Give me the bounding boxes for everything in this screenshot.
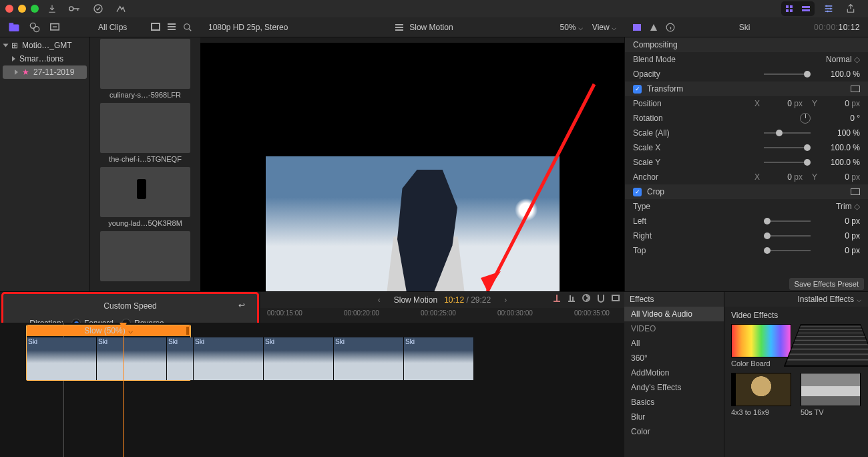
timeline-clip[interactable]: Ski: [167, 337, 194, 380]
retime-bar[interactable]: Slow (50%)⌵: [27, 325, 190, 336]
inspector-section-crop[interactable]: ✓Crop: [625, 184, 868, 199]
search-icon[interactable]: [183, 23, 192, 32]
sidebar-item-smart[interactable]: Smar…tions: [0, 52, 89, 65]
effects-header: Effects: [624, 292, 724, 307]
filmstrip-icon[interactable]: [151, 23, 160, 32]
viewer-view-dropdown[interactable]: View ⌵: [592, 23, 616, 32]
timeline-area: Custom Speed ↩ Direction: Forward Revers…: [0, 291, 868, 457]
inspector-section-transform[interactable]: ✓Transform: [625, 82, 868, 96]
browser-clip[interactable]: [100, 231, 190, 285]
next-edit-button[interactable]: ›: [497, 295, 513, 305]
effects-category[interactable]: Blur: [624, 410, 724, 424]
zoom-window-button[interactable]: [31, 5, 39, 13]
sidebar-item-event[interactable]: ★27-11-2019: [3, 65, 87, 79]
info-filter-icon[interactable]: [650, 23, 658, 31]
sidebar-item-library[interactable]: ⊞Motio…_GMT: [0, 39, 89, 52]
clips-filter-dropdown[interactable]: All Clips: [98, 23, 127, 32]
info-inspector-icon[interactable]: [666, 23, 675, 32]
effects-category[interactable]: AddMotion: [624, 365, 724, 380]
effect-thumbnail[interactable]: 3D Axis: [801, 324, 861, 367]
enhance-icon[interactable]: [112, 2, 130, 15]
svg-rect-3: [790, 5, 793, 8]
browser-clip[interactable]: young-lad…5QK3R8M: [100, 167, 190, 228]
effects-category[interactable]: Basics: [624, 395, 724, 410]
timeline-clip[interactable]: Ski: [194, 337, 264, 380]
timeline-clip[interactable]: Ski: [27, 337, 97, 380]
playhead[interactable]: [123, 323, 124, 457]
undo-icon[interactable]: ↩: [238, 301, 245, 310]
inspector-row-blend[interactable]: Blend ModeNormal ◇: [625, 52, 868, 67]
installed-effects-dropdown[interactable]: Installed Effects: [798, 295, 855, 304]
browser-clip[interactable]: the-chef-i…5TGNEQF: [100, 103, 190, 164]
skimming-icon[interactable]: [552, 293, 562, 303]
layout-inspector-button[interactable]: [820, 2, 837, 15]
onscreen-controls-icon[interactable]: [851, 86, 860, 92]
inspector-row-crop-left[interactable]: Left0 px: [625, 214, 868, 228]
effects-category[interactable]: All Video & Audio: [624, 307, 724, 321]
effects-categories: Effects All Video & Audio VIDEO All 360°…: [624, 292, 724, 457]
inspector-row-scale-y[interactable]: Scale Y100.0 %: [625, 155, 868, 170]
effects-category[interactable]: Andy's Effects: [624, 380, 724, 395]
inspector-row-rotation[interactable]: Rotation0 °: [625, 111, 868, 126]
layout-timeline-button[interactable]: [799, 3, 813, 15]
effect-thumbnail[interactable]: 4x3 to 16x9: [731, 373, 791, 416]
svg-point-14: [184, 23, 190, 29]
import-icon[interactable]: [44, 2, 60, 15]
inspector-row-opacity[interactable]: Opacity100.0 %: [625, 67, 868, 82]
timeline-panel: ‹ Slow Motion 10:12 / 29:22 › 00:00:15:0…: [260, 292, 624, 457]
effect-thumbnail[interactable]: Color Board: [731, 324, 791, 367]
effect-thumbnail[interactable]: 50s TV: [801, 373, 861, 416]
timeline-options-icon[interactable]: [611, 293, 620, 303]
timeline-clip[interactable]: Ski: [404, 337, 474, 380]
effects-browser: Effects All Video & Audio VIDEO All 360°…: [624, 292, 868, 457]
photos-icon[interactable]: [29, 22, 40, 33]
retime-handle[interactable]: [186, 327, 189, 335]
svg-rect-9: [9, 23, 14, 25]
minimize-window-button[interactable]: [18, 5, 26, 13]
save-effects-preset-button[interactable]: Save Effects Preset: [789, 278, 864, 290]
timeline-clip[interactable]: Ski: [334, 337, 404, 380]
svg-rect-15: [633, 24, 641, 31]
viewer-zoom-dropdown[interactable]: 50% ⌵: [560, 23, 582, 32]
checkbox-icon[interactable]: ✓: [633, 188, 642, 196]
inspector-row-scale-x[interactable]: Scale X100.0 %: [625, 140, 868, 155]
effects-category[interactable]: Color: [624, 424, 724, 439]
inspector-row-anchor[interactable]: AnchorX0 pxY0 px: [625, 170, 868, 184]
svg-point-0: [69, 7, 73, 11]
library-icon[interactable]: [8, 22, 20, 33]
video-inspector-icon[interactable]: [632, 23, 642, 31]
timeline-tracks[interactable]: Slow (50%)⌵ Ski Ski Ski Ski Ski Ski Ski: [0, 323, 624, 457]
close-window-button[interactable]: [5, 5, 13, 13]
svg-rect-5: [790, 9, 793, 12]
background-tasks-icon[interactable]: [89, 1, 107, 16]
timeline-ruler[interactable]: 00:00:15:00 00:00:20:00 00:00:25:00 00:0…: [260, 308, 624, 323]
timeline-clip[interactable]: Ski: [97, 337, 167, 380]
workspace-layout-switcher: [781, 1, 859, 16]
onscreen-controls-icon[interactable]: [851, 188, 860, 195]
inspector-row-position[interactable]: PositionX0 pxY0 px: [625, 96, 868, 111]
solo-icon[interactable]: [582, 293, 591, 303]
effects-section-title: Video Effects: [724, 307, 868, 321]
inspector-row-crop-top[interactable]: Top0 px: [625, 243, 868, 258]
inspector-row-crop-type[interactable]: TypeTrim ◇: [625, 199, 868, 214]
inspector-section-compositing[interactable]: Compositing: [625, 37, 868, 52]
inspector-row-scale-all[interactable]: Scale (All)100 %: [625, 126, 868, 140]
layout-browser-button[interactable]: [783, 3, 797, 15]
timeline-clip[interactable]: Ski: [264, 337, 334, 380]
audio-skimming-icon[interactable]: [567, 293, 576, 303]
retime-icon[interactable]: [395, 23, 404, 31]
keyword-icon[interactable]: [65, 3, 84, 15]
effects-category[interactable]: 360°: [624, 351, 724, 365]
inspector-clip-name: Ski: [739, 23, 750, 32]
list-view-icon[interactable]: [167, 23, 176, 32]
titles-icon[interactable]: [49, 23, 60, 32]
share-icon[interactable]: [843, 1, 859, 16]
panel-title: Custom Speed: [103, 301, 156, 311]
checkbox-icon[interactable]: ✓: [633, 85, 642, 94]
snapping-icon[interactable]: [596, 293, 606, 303]
prev-edit-button[interactable]: ‹: [371, 295, 387, 305]
inspector-row-crop-right[interactable]: Right0 px: [625, 228, 868, 243]
svg-point-1: [94, 5, 102, 13]
browser-clip[interactable]: culinary-s…-5968LFR: [100, 39, 190, 100]
effects-category[interactable]: All: [624, 336, 724, 351]
